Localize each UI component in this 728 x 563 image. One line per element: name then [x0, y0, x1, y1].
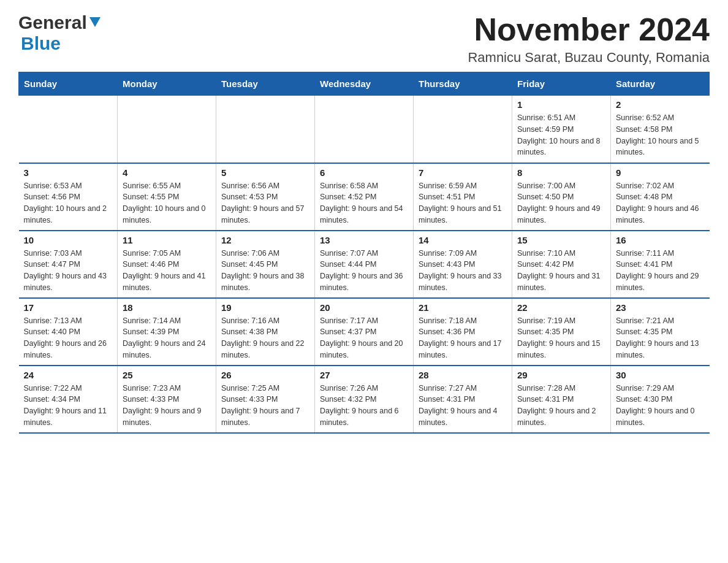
- day-info: Sunrise: 6:59 AM Sunset: 4:51 PM Dayligh…: [419, 180, 507, 226]
- calendar-cell-week2-day1: 3Sunrise: 6:53 AM Sunset: 4:56 PM Daylig…: [19, 163, 118, 231]
- day-info: Sunrise: 7:19 AM Sunset: 4:35 PM Dayligh…: [517, 315, 605, 361]
- day-info: Sunrise: 7:05 AM Sunset: 4:46 PM Dayligh…: [123, 248, 211, 294]
- day-number: 1: [517, 99, 605, 110]
- calendar-header-sunday: Sunday: [19, 72, 118, 96]
- calendar-table: SundayMondayTuesdayWednesdayThursdayFrid…: [18, 72, 710, 434]
- calendar-cell-week3-day7: 16Sunrise: 7:11 AM Sunset: 4:41 PM Dayli…: [611, 231, 710, 298]
- logo-arrow-icon: [87, 16, 102, 29]
- calendar-cell-week5-day5: 28Sunrise: 7:27 AM Sunset: 4:31 PM Dayli…: [414, 366, 512, 433]
- day-info: Sunrise: 7:14 AM Sunset: 4:39 PM Dayligh…: [123, 315, 211, 361]
- day-info: Sunrise: 6:53 AM Sunset: 4:56 PM Dayligh…: [24, 180, 113, 226]
- calendar-cell-week5-day2: 25Sunrise: 7:23 AM Sunset: 4:33 PM Dayli…: [118, 366, 216, 433]
- calendar-header-friday: Friday: [512, 72, 611, 96]
- calendar-cell-week4-day1: 17Sunrise: 7:13 AM Sunset: 4:40 PM Dayli…: [19, 298, 118, 366]
- day-info: Sunrise: 7:07 AM Sunset: 4:44 PM Dayligh…: [320, 248, 408, 294]
- day-info: Sunrise: 6:51 AM Sunset: 4:59 PM Dayligh…: [517, 112, 605, 158]
- calendar-cell-week1-day2: [118, 96, 216, 163]
- day-number: 22: [517, 302, 605, 313]
- day-info: Sunrise: 7:27 AM Sunset: 4:31 PM Dayligh…: [419, 383, 507, 429]
- calendar-cell-week4-day5: 21Sunrise: 7:18 AM Sunset: 4:36 PM Dayli…: [414, 298, 512, 366]
- day-info: Sunrise: 7:11 AM Sunset: 4:41 PM Dayligh…: [616, 248, 705, 294]
- calendar-cell-week5-day3: 26Sunrise: 7:25 AM Sunset: 4:33 PM Dayli…: [216, 366, 315, 433]
- day-number: 20: [320, 302, 408, 313]
- day-number: 19: [221, 302, 309, 313]
- day-info: Sunrise: 6:56 AM Sunset: 4:53 PM Dayligh…: [221, 180, 309, 226]
- day-number: 14: [419, 235, 507, 245]
- location-title: Ramnicu Sarat, Buzau County, Romania: [468, 50, 710, 66]
- calendar-cell-week3-day4: 13Sunrise: 7:07 AM Sunset: 4:44 PM Dayli…: [315, 231, 414, 298]
- calendar-cell-week5-day7: 30Sunrise: 7:29 AM Sunset: 4:30 PM Dayli…: [611, 366, 710, 433]
- calendar-week-1: 1Sunrise: 6:51 AM Sunset: 4:59 PM Daylig…: [19, 96, 710, 163]
- day-info: Sunrise: 7:22 AM Sunset: 4:34 PM Dayligh…: [24, 383, 113, 429]
- day-info: Sunrise: 6:52 AM Sunset: 4:58 PM Dayligh…: [616, 112, 705, 158]
- calendar-cell-week3-day6: 15Sunrise: 7:10 AM Sunset: 4:42 PM Dayli…: [512, 231, 611, 298]
- day-number: 15: [517, 235, 605, 245]
- month-title: November 2024: [468, 12, 710, 47]
- calendar-cell-week1-day6: 1Sunrise: 6:51 AM Sunset: 4:59 PM Daylig…: [512, 96, 611, 163]
- day-number: 5: [221, 167, 309, 178]
- calendar-cell-week3-day2: 11Sunrise: 7:05 AM Sunset: 4:46 PM Dayli…: [118, 231, 216, 298]
- calendar-cell-week1-day4: [315, 96, 414, 163]
- day-number: 24: [24, 370, 113, 380]
- day-info: Sunrise: 7:06 AM Sunset: 4:45 PM Dayligh…: [221, 248, 309, 294]
- day-info: Sunrise: 7:10 AM Sunset: 4:42 PM Dayligh…: [517, 248, 605, 294]
- day-info: Sunrise: 7:18 AM Sunset: 4:36 PM Dayligh…: [419, 315, 507, 361]
- day-number: 7: [419, 167, 507, 178]
- calendar-cell-week5-day4: 27Sunrise: 7:26 AM Sunset: 4:32 PM Dayli…: [315, 366, 414, 433]
- day-number: 26: [221, 370, 309, 380]
- logo-blue-text: Blue: [21, 33, 61, 53]
- calendar-cell-week4-day6: 22Sunrise: 7:19 AM Sunset: 4:35 PM Dayli…: [512, 298, 611, 366]
- day-info: Sunrise: 7:21 AM Sunset: 4:35 PM Dayligh…: [616, 315, 705, 361]
- calendar-cell-week5-day6: 29Sunrise: 7:28 AM Sunset: 4:31 PM Dayli…: [512, 366, 611, 433]
- day-info: Sunrise: 7:13 AM Sunset: 4:40 PM Dayligh…: [24, 315, 113, 361]
- day-info: Sunrise: 7:16 AM Sunset: 4:38 PM Dayligh…: [221, 315, 309, 361]
- day-number: 25: [123, 370, 211, 380]
- day-number: 28: [419, 370, 507, 380]
- calendar-cell-week2-day6: 8Sunrise: 7:00 AM Sunset: 4:50 PM Daylig…: [512, 163, 611, 231]
- page-header: General Blue November 2024 Ramnicu Sarat…: [18, 12, 710, 66]
- day-number: 9: [616, 167, 705, 178]
- calendar-cell-week2-day4: 6Sunrise: 6:58 AM Sunset: 4:52 PM Daylig…: [315, 163, 414, 231]
- calendar-cell-week4-day7: 23Sunrise: 7:21 AM Sunset: 4:35 PM Dayli…: [611, 298, 710, 366]
- logo: General Blue: [18, 12, 102, 54]
- calendar-cell-week2-day2: 4Sunrise: 6:55 AM Sunset: 4:55 PM Daylig…: [118, 163, 216, 231]
- calendar-header-row: SundayMondayTuesdayWednesdayThursdayFrid…: [19, 72, 710, 96]
- day-number: 2: [616, 99, 705, 110]
- calendar-cell-week2-day3: 5Sunrise: 6:56 AM Sunset: 4:53 PM Daylig…: [216, 163, 315, 231]
- day-number: 23: [616, 302, 705, 313]
- day-info: Sunrise: 7:23 AM Sunset: 4:33 PM Dayligh…: [123, 383, 211, 429]
- day-info: Sunrise: 7:26 AM Sunset: 4:32 PM Dayligh…: [320, 383, 408, 429]
- day-info: Sunrise: 7:28 AM Sunset: 4:31 PM Dayligh…: [517, 383, 605, 429]
- day-info: Sunrise: 7:03 AM Sunset: 4:47 PM Dayligh…: [24, 248, 113, 294]
- day-info: Sunrise: 7:25 AM Sunset: 4:33 PM Dayligh…: [221, 383, 309, 429]
- calendar-week-2: 3Sunrise: 6:53 AM Sunset: 4:56 PM Daylig…: [19, 163, 710, 231]
- calendar-cell-week1-day1: [19, 96, 118, 163]
- calendar-header-monday: Monday: [118, 72, 216, 96]
- svg-marker-0: [89, 17, 100, 27]
- calendar-week-4: 17Sunrise: 7:13 AM Sunset: 4:40 PM Dayli…: [19, 298, 710, 366]
- calendar-cell-week3-day5: 14Sunrise: 7:09 AM Sunset: 4:43 PM Dayli…: [414, 231, 512, 298]
- day-info: Sunrise: 6:55 AM Sunset: 4:55 PM Dayligh…: [123, 180, 211, 226]
- day-number: 12: [221, 235, 309, 245]
- calendar-cell-week3-day3: 12Sunrise: 7:06 AM Sunset: 4:45 PM Dayli…: [216, 231, 315, 298]
- calendar-header-wednesday: Wednesday: [315, 72, 414, 96]
- day-info: Sunrise: 7:29 AM Sunset: 4:30 PM Dayligh…: [616, 383, 705, 429]
- calendar-cell-week3-day1: 10Sunrise: 7:03 AM Sunset: 4:47 PM Dayli…: [19, 231, 118, 298]
- day-number: 17: [24, 302, 113, 313]
- day-info: Sunrise: 7:17 AM Sunset: 4:37 PM Dayligh…: [320, 315, 408, 361]
- day-number: 11: [123, 235, 211, 245]
- day-number: 8: [517, 167, 605, 178]
- day-number: 30: [616, 370, 705, 380]
- day-number: 27: [320, 370, 408, 380]
- day-number: 29: [517, 370, 605, 380]
- day-number: 13: [320, 235, 408, 245]
- day-info: Sunrise: 7:09 AM Sunset: 4:43 PM Dayligh…: [419, 248, 507, 294]
- calendar-cell-week1-day5: [414, 96, 512, 163]
- day-number: 10: [24, 235, 113, 245]
- day-number: 3: [24, 167, 113, 178]
- calendar-cell-week4-day4: 20Sunrise: 7:17 AM Sunset: 4:37 PM Dayli…: [315, 298, 414, 366]
- calendar-cell-week2-day5: 7Sunrise: 6:59 AM Sunset: 4:51 PM Daylig…: [414, 163, 512, 231]
- day-number: 18: [123, 302, 211, 313]
- day-number: 4: [123, 167, 211, 178]
- calendar-week-5: 24Sunrise: 7:22 AM Sunset: 4:34 PM Dayli…: [19, 366, 710, 433]
